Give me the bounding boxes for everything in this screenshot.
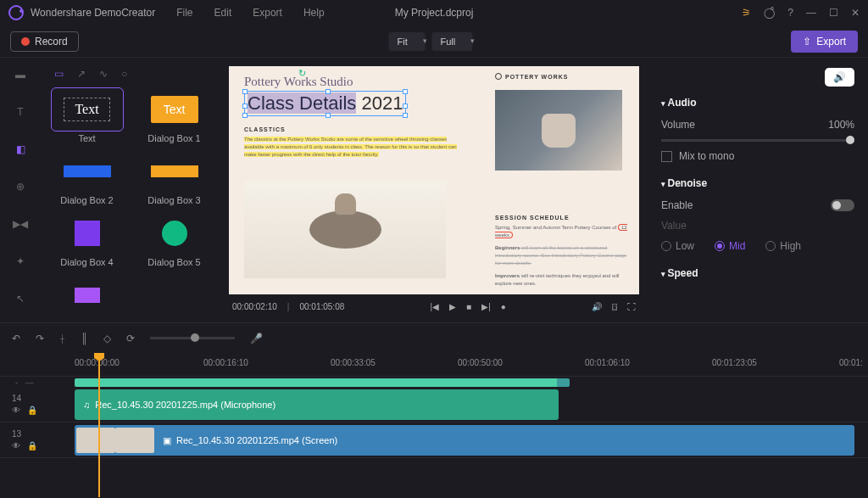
- pottery-image-2: [244, 181, 446, 278]
- export-button[interactable]: ⇧ Export: [791, 31, 858, 53]
- eye-icon[interactable]: 👁: [12, 441, 20, 450]
- transitions-icon[interactable]: ▶◀: [12, 215, 29, 232]
- sidebar: ▬ T ◧ ⊕ ▶◀ ✦ ↖: [0, 58, 41, 322]
- cart-icon[interactable]: ⚞: [742, 7, 751, 19]
- clip-label: Rec_10.45.30 20201225.mp4 (Microphone): [95, 400, 275, 410]
- video-thumbnail: [115, 428, 154, 453]
- zoom-slider[interactable]: [150, 337, 235, 339]
- menu-help[interactable]: Help: [303, 7, 325, 19]
- asset-dialog5[interactable]: Dialog Box 5: [135, 214, 214, 267]
- export-label: Export: [816, 36, 846, 48]
- toolbar: Record Fit Full ⇧ Export: [0, 25, 868, 58]
- ruler[interactable]: 00:00:00:00 00:00:16:10 00:00:33:05 00:0…: [0, 353, 868, 377]
- eye-icon[interactable]: 👁: [12, 406, 20, 415]
- record-button[interactable]: Record: [10, 31, 79, 52]
- mini-clip[interactable]: [75, 378, 559, 387]
- volume-slider[interactable]: [661, 139, 854, 142]
- doc-subtitle: CLASSTICS: [244, 126, 465, 132]
- volume-icon[interactable]: 🔊: [592, 302, 602, 311]
- speed-section-header[interactable]: Speed: [661, 267, 854, 279]
- asset-text[interactable]: Text Text: [47, 90, 126, 143]
- titlebar: Wondershare DemoCreator File Edit Export…: [0, 0, 868, 25]
- denoise-toggle[interactable]: [831, 199, 854, 211]
- library-icon[interactable]: ▬: [12, 66, 29, 83]
- track-num: 14: [12, 394, 59, 403]
- timeline-toolbar: ↶ ↷ ⟊ ║ ◇ ⟳ 🎤: [0, 322, 868, 353]
- fit-select[interactable]: Fit: [389, 32, 426, 51]
- mix-checkbox[interactable]: [661, 151, 672, 162]
- tab-dialog[interactable]: ▭: [54, 68, 64, 80]
- titles-icon[interactable]: T: [12, 104, 29, 120]
- value-label: Value: [661, 220, 687, 232]
- user-icon[interactable]: ◯̊: [764, 7, 775, 19]
- denoise-radios: Low Mid High: [661, 240, 854, 252]
- stickers-icon[interactable]: ⊕: [12, 178, 29, 195]
- menu-file[interactable]: File: [176, 7, 192, 19]
- crop-icon[interactable]: ⟊: [59, 333, 65, 344]
- close-icon[interactable]: ✕: [851, 7, 860, 19]
- audio-clip[interactable]: ♫ Rec_10.45.30 20201225.mp4 (Microphone): [75, 389, 559, 420]
- full-select[interactable]: Full: [432, 32, 473, 51]
- menu-edit[interactable]: Edit: [214, 7, 232, 19]
- asset-dialog2[interactable]: Dialog Box 2: [47, 152, 126, 205]
- mini-clip-2[interactable]: [557, 378, 570, 387]
- asset-tabs: ▭ ↗ ∿ ○: [47, 64, 214, 90]
- undo-icon[interactable]: ↶: [12, 333, 20, 344]
- volume-label: Volume: [661, 119, 695, 131]
- canvas[interactable]: ↻ Pottery Works Studio Class Details 202…: [229, 66, 639, 294]
- asset-dialog1[interactable]: Text Dialog Box 1: [135, 90, 214, 143]
- radio-mid[interactable]: Mid: [715, 240, 745, 252]
- annotation-icon[interactable]: ◧: [12, 141, 29, 158]
- cursor-icon[interactable]: ↖: [12, 290, 29, 307]
- doc-schedule: SESSION SCHEDULE Spring, Summer and Autu…: [495, 215, 631, 288]
- record-label: Record: [35, 36, 68, 48]
- doc-title1: Pottery Works Studio: [244, 75, 465, 89]
- asset-dialog6[interactable]: [47, 276, 126, 315]
- title-right: ⚞ ◯̊ ? — ☐ ✕: [742, 7, 860, 19]
- mic-icon[interactable]: 🎤: [250, 333, 263, 344]
- vol-dot-icon[interactable]: ●: [501, 302, 506, 311]
- video-thumbnail: [76, 428, 115, 453]
- current-time: 00:00:02:10: [232, 302, 277, 311]
- app-logo: [8, 5, 24, 20]
- app-name: Wondershare DemoCreator: [31, 7, 155, 19]
- minimize-icon[interactable]: —: [806, 7, 816, 19]
- play-icon[interactable]: ▶: [449, 302, 456, 311]
- playhead[interactable]: [98, 355, 100, 497]
- speed-icon[interactable]: ⟳: [126, 333, 135, 344]
- stop-icon[interactable]: ■: [466, 302, 471, 311]
- audio-section-header[interactable]: Audio: [661, 97, 854, 109]
- radio-high[interactable]: High: [765, 240, 801, 252]
- menu-export[interactable]: Export: [253, 7, 282, 19]
- redo-icon[interactable]: ↷: [36, 333, 44, 344]
- tab-arrow[interactable]: ↗: [77, 68, 86, 80]
- effects-icon[interactable]: ✦: [12, 253, 29, 270]
- view-selects: Fit Full: [389, 32, 480, 51]
- split-icon[interactable]: ║: [81, 333, 88, 344]
- lock-icon[interactable]: 🔒: [27, 406, 37, 415]
- tab-shape[interactable]: ○: [121, 68, 127, 80]
- doc-body: The classics at the Pottery Works Studio…: [244, 136, 465, 159]
- brand-logo: POTTERY WORKS: [495, 73, 631, 80]
- radio-low[interactable]: Low: [661, 240, 694, 252]
- asset-dialog3[interactable]: Dialog Box 3: [135, 152, 214, 205]
- next-icon[interactable]: ▶|: [481, 302, 491, 311]
- text-selection[interactable]: Class Details 2021: [244, 91, 406, 116]
- marker-icon[interactable]: ◇: [103, 333, 111, 344]
- fullscreen-icon[interactable]: ⛶: [627, 302, 636, 311]
- doc-right: POTTERY WORKS: [495, 73, 631, 181]
- export-icon: ⇧: [803, 36, 811, 48]
- asset-grid: Text Text Text Dialog Box 1 Dialog Box 2…: [47, 90, 214, 315]
- track-14: 14👁🔒 ♫ Rec_10.45.30 20201225.mp4 (Microp…: [0, 387, 868, 422]
- properties-panel: 🔊 Audio Volume100% Mix to mono Denoise E…: [648, 58, 868, 322]
- lock-icon[interactable]: 🔒: [27, 441, 37, 450]
- maximize-icon[interactable]: ☐: [829, 7, 838, 19]
- video-clip[interactable]: ▣ Rec_10.45.30 20201225.mp4 (Screen): [75, 425, 854, 456]
- asset-dialog4[interactable]: Dialog Box 4: [47, 214, 126, 267]
- snapshot-icon[interactable]: ⌼: [612, 302, 617, 311]
- audio-toggle-button[interactable]: 🔊: [825, 68, 854, 87]
- help-icon[interactable]: ?: [787, 7, 793, 19]
- prev-icon[interactable]: |◀: [430, 302, 439, 311]
- denoise-section-header[interactable]: Denoise: [661, 177, 854, 189]
- tab-sketch[interactable]: ∿: [99, 68, 108, 80]
